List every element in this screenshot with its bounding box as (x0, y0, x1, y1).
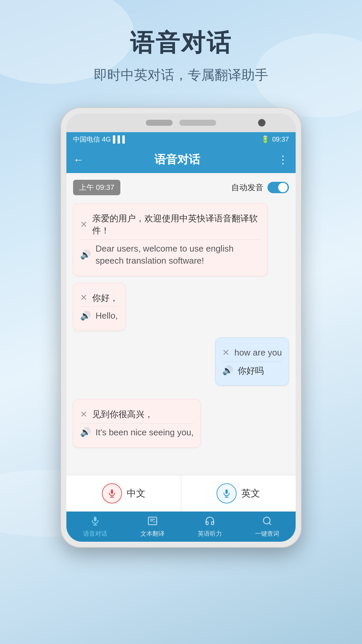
svg-rect-2 (94, 517, 97, 521)
phone-outer-shell: 中国电信 4G ▌▌▌ 🔋 09:37 ← 语音对话 ⋮ (60, 107, 302, 548)
bubble-line-original-2: ✕ 你好， (80, 289, 118, 307)
right-wrapper-3: ✕ how are you 🔊 你好吗 (73, 337, 289, 392)
phone-hardware-bar (66, 113, 296, 132)
status-time: 09:37 (272, 136, 289, 143)
svg-rect-0 (111, 489, 113, 494)
speaker-grille (146, 120, 173, 126)
main-title: 语音对话 (0, 27, 362, 59)
nav-item-lookup[interactable]: 一键查词 (238, 512, 296, 542)
speaker-icon-4[interactable]: 🔊 (80, 427, 91, 437)
top-title-section: 语音对话 即时中英对话，专属翻译助手 (0, 0, 362, 84)
bubble-line-original-1: ✕ 亲爱的用户，欢迎使用中英快译语音翻译软件！ (80, 210, 260, 239)
svg-point-5 (263, 517, 270, 524)
chat-bubble-3: ✕ how are you 🔊 你好吗 (215, 337, 289, 386)
bubble-line-translated-2: 🔊 Hello, (80, 307, 118, 324)
bubble-line-translated-1: 🔊 Dear users, welcome to use english spe… (80, 239, 260, 270)
english-mic-button[interactable]: 英文 (181, 475, 296, 512)
speaker-icon-2[interactable]: 🔊 (80, 311, 91, 321)
auto-speak-label: 自动发音 (231, 182, 263, 193)
bubble-text-translated-1: Dear users, welcome to use english speec… (96, 243, 260, 267)
toggle-knob (278, 183, 288, 192)
phone-inner-shell: 中国电信 4G ▌▌▌ 🔋 09:37 ← 语音对话 ⋮ (66, 113, 296, 542)
phone-screen: 中国电信 4G ▌▌▌ 🔋 09:37 ← 语音对话 ⋮ (66, 132, 296, 542)
chat-bubble-4: ✕ 见到你很高兴， 🔊 It's been nice seeing you, (73, 399, 201, 447)
earpiece (179, 120, 216, 126)
bubble-text-original-2: 你好， (92, 292, 118, 304)
app-bar-title: 语音对话 (90, 152, 264, 167)
chat-bubble-2: ✕ 你好， 🔊 Hello, (73, 283, 125, 331)
chat-messages: ✕ 亲爱的用户，欢迎使用中英快译语音翻译软件！ 🔊 Dear users, we… (73, 203, 289, 454)
signal-bars: ▌▌▌ (113, 136, 127, 143)
bubble-line-original-3: ✕ how are you (222, 344, 282, 361)
network-type: 4G (102, 136, 111, 143)
mic-circle-blue (217, 483, 237, 503)
carrier-text: 中国电信 (73, 135, 100, 144)
mic-circle-red (102, 483, 122, 503)
time-badge: 上午 09:37 (73, 180, 120, 195)
bubble-line-translated-4: 🔊 It's been nice seeing you, (80, 423, 194, 441)
bubble-text-translated-4: It's been nice seeing you, (96, 426, 194, 438)
close-icon-3[interactable]: ✕ (222, 347, 230, 358)
phone-mockup: 中国电信 4G ▌▌▌ 🔋 09:37 ← 语音对话 ⋮ (60, 107, 302, 548)
english-mic-label: 英文 (241, 487, 260, 500)
bubble-line-original-4: ✕ 见到你很高兴， (80, 406, 194, 423)
nav-item-voice-chat[interactable]: 语音对话 (66, 512, 124, 542)
bottom-nav: 语音对话 A+ 文本翻译 (66, 512, 296, 542)
front-camera (258, 119, 265, 126)
nav-item-text-translate[interactable]: A+ 文本翻译 (124, 512, 181, 542)
auto-speak-toggle[interactable] (267, 182, 289, 193)
sub-title: 即时中英对话，专属翻译助手 (0, 66, 362, 84)
lookup-icon (262, 516, 272, 528)
chinese-mic-button[interactable]: 中文 (66, 475, 181, 512)
more-menu-button[interactable]: ⋮ (278, 153, 289, 166)
chat-area: 上午 09:37 自动发音 (66, 173, 296, 475)
bubble-text-original-3: how are you (234, 346, 282, 359)
nav-label-english-listening: 英语听力 (198, 530, 222, 538)
text-translate-icon: A+ (147, 516, 158, 528)
status-bar: 中国电信 4G ▌▌▌ 🔋 09:37 (66, 132, 296, 146)
bubble-text-translated-3: 你好吗 (238, 365, 264, 377)
app-bar: ← 语音对话 ⋮ (66, 146, 296, 173)
chinese-mic-label: 中文 (127, 487, 145, 500)
battery-icon: 🔋 (261, 135, 269, 143)
close-icon-1[interactable]: ✕ (80, 219, 87, 230)
speaker-icon-3[interactable]: 🔊 (222, 365, 233, 376)
bubble-text-translated-2: Hello, (96, 310, 118, 322)
close-icon-2[interactable]: ✕ (80, 292, 87, 303)
time-toggle-row: 上午 09:37 自动发音 (73, 180, 289, 195)
mic-buttons-row: 中文 英文 (66, 475, 296, 512)
bubble-text-original-4: 见到你很高兴， (92, 408, 153, 420)
svg-text:A+: A+ (153, 520, 157, 524)
speaker-icon-1[interactable]: 🔊 (80, 250, 91, 260)
bubble-line-translated-3: 🔊 你好吗 (222, 362, 282, 379)
nav-label-lookup: 一键查词 (255, 530, 279, 538)
back-button[interactable]: ← (73, 154, 84, 166)
nav-label-text-translate: 文本翻译 (140, 530, 165, 538)
status-left: 中国电信 4G ▌▌▌ (73, 135, 127, 144)
auto-speak-area: 自动发音 (231, 182, 289, 193)
bubble-text-original-1: 亲爱的用户，欢迎使用中英快译语音翻译软件！ (92, 212, 260, 237)
close-icon-4[interactable]: ✕ (80, 409, 87, 420)
nav-label-voice-chat: 语音对话 (83, 530, 107, 538)
english-listening-icon (205, 516, 215, 528)
status-right: 🔋 09:37 (261, 135, 289, 143)
svg-rect-1 (226, 489, 228, 494)
nav-item-english-listening[interactable]: 英语听力 (181, 512, 238, 542)
chat-bubble-1: ✕ 亲爱的用户，欢迎使用中英快译语音翻译软件！ 🔊 Dear users, we… (73, 203, 267, 276)
voice-chat-icon (90, 516, 100, 528)
